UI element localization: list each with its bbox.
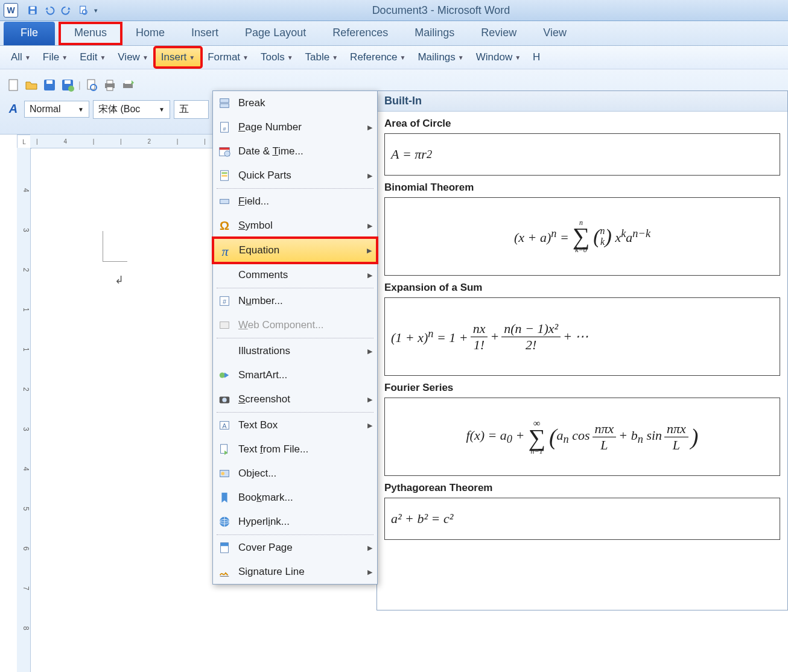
menu-signature-line[interactable]: Signature Line▶ xyxy=(213,560,377,584)
svg-rect-23 xyxy=(220,148,230,150)
open-icon[interactable] xyxy=(24,78,39,92)
menu-table[interactable]: Table▼ xyxy=(299,48,345,67)
menu-equation[interactable]: πEquation▶ xyxy=(213,238,377,263)
screenshot-icon xyxy=(218,393,231,406)
date-time-icon xyxy=(218,145,231,158)
pyth-equation[interactable]: a² + b² = c² xyxy=(384,498,780,540)
svg-rect-43 xyxy=(221,543,229,547)
fourier-equation[interactable]: f(x) = a0 + ∞∑n=1 ( an cos nπxL + bn sin… xyxy=(384,398,780,476)
tab-file[interactable]: File xyxy=(4,22,55,45)
cover-page-icon xyxy=(218,541,231,554)
binomial-section[interactable]: Binomial Theorem (x + a)n = n∑k=0 (nk) x… xyxy=(377,176,787,276)
menu-field[interactable]: Field... xyxy=(213,189,377,214)
save-icon[interactable] xyxy=(27,5,38,16)
font-dropdown[interactable]: 宋体 (Boc▼ xyxy=(93,100,170,119)
expansion-equation[interactable]: (1 + x)n = 1 + nx1! + n(n − 1)x²2! + ⋯ xyxy=(384,297,780,376)
save-icon[interactable] xyxy=(42,78,57,92)
print-icon[interactable] xyxy=(103,78,117,92)
comments-icon xyxy=(218,268,231,282)
menu-object[interactable]: Object... xyxy=(213,461,377,486)
menu-all[interactable]: All▼ xyxy=(5,48,37,67)
font-size-dropdown[interactable]: 五 xyxy=(174,100,209,119)
menu-format[interactable]: Format▼ xyxy=(202,48,255,67)
redo-icon[interactable] xyxy=(61,5,72,16)
expansion-title: Expansion of a Sum xyxy=(384,282,780,294)
save-as-icon[interactable] xyxy=(60,78,75,92)
menu-tools[interactable]: Tools▼ xyxy=(255,48,299,67)
svg-rect-2 xyxy=(30,11,35,14)
vertical-ruler[interactable]: 4 3 2 1 1 2 3 4 5 6 7 8 xyxy=(17,148,31,672)
expansion-section[interactable]: Expansion of a Sum (1 + x)n = 1 + nx1! +… xyxy=(377,276,787,376)
menu-symbol[interactable]: ΩSymbol▶ xyxy=(213,214,377,238)
print-preview-icon[interactable] xyxy=(84,78,99,92)
menu-page-number[interactable]: #Page Number▶ xyxy=(213,115,377,139)
fourier-section[interactable]: Fourier Series f(x) = a0 + ∞∑n=1 ( an co… xyxy=(377,376,787,476)
quick-print-icon[interactable] xyxy=(121,78,135,92)
text-from-file-icon xyxy=(218,443,231,456)
print-preview-icon[interactable] xyxy=(78,5,89,16)
menu-mailings[interactable]: Mailings▼ xyxy=(411,48,469,67)
menu-cover-page[interactable]: Cover Page▶ xyxy=(213,536,377,560)
hyperlink-icon xyxy=(218,515,231,528)
classic-menubar: All▼ File▼ Edit▼ View▼ Insert▼ Format▼ T… xyxy=(0,46,788,69)
new-icon[interactable] xyxy=(6,78,21,92)
svg-point-10 xyxy=(68,86,74,92)
equation-gallery: Built-In Area of Circle A = πr2 Binomial… xyxy=(377,90,788,610)
tab-view[interactable]: View xyxy=(530,22,580,45)
lbl: age Number xyxy=(245,121,302,133)
tab-home[interactable]: Home xyxy=(122,22,178,45)
tab-menus[interactable]: Menus xyxy=(59,22,122,45)
menu-window[interactable]: Window▼ xyxy=(470,48,527,67)
menu-quick-parts[interactable]: Quick Parts▶ xyxy=(213,163,377,188)
font-color-icon[interactable]: A xyxy=(6,102,21,116)
menu-insert[interactable]: Insert▼ xyxy=(154,47,202,68)
illustrations-icon xyxy=(218,344,231,358)
menu-edit[interactable]: Edit▼ xyxy=(74,48,112,67)
svg-rect-18 xyxy=(220,99,229,103)
field-icon xyxy=(218,195,231,208)
menu-text-from-file[interactable]: Text from File... xyxy=(213,437,377,461)
undo-icon[interactable] xyxy=(44,5,55,16)
area-of-circle-section[interactable]: Area of Circle A = πr2 xyxy=(377,112,787,176)
menu-break[interactable]: Break xyxy=(213,91,377,115)
menu-illustrations[interactable]: Illustrations▶ xyxy=(213,339,377,363)
cursor-mark: ↲ xyxy=(115,273,124,287)
page-margin-mark xyxy=(103,231,127,262)
menu-date-time[interactable]: Date & Time... xyxy=(213,139,377,163)
tab-review[interactable]: Review xyxy=(468,22,530,45)
ruler-corner[interactable]: L xyxy=(17,135,31,149)
web-component-icon xyxy=(218,319,231,332)
svg-rect-5 xyxy=(9,80,17,90)
menu-file[interactable]: File▼ xyxy=(37,48,74,67)
menu-smartart[interactable]: SmartArt... xyxy=(213,363,377,387)
word-icon: W xyxy=(4,3,18,17)
menu-comments[interactable]: Comments▶ xyxy=(213,263,377,287)
tab-insert[interactable]: Insert xyxy=(178,22,232,45)
menu-screenshot[interactable]: Screenshot▶ xyxy=(213,387,377,411)
svg-rect-16 xyxy=(123,83,133,88)
tab-page-layout[interactable]: Page Layout xyxy=(232,22,319,45)
style-dropdown[interactable]: Normal▼ xyxy=(24,101,89,118)
menu-help[interactable]: H xyxy=(527,48,546,67)
pyth-title: Pythagorean Theorem xyxy=(384,482,780,494)
svg-rect-19 xyxy=(220,104,229,107)
page-number-icon: # xyxy=(218,121,231,134)
menu-bookmark[interactable]: Bookmark... xyxy=(213,486,377,510)
equation-icon: π xyxy=(218,244,232,257)
pythagorean-section[interactable]: Pythagorean Theorem a² + b² = c² xyxy=(377,476,787,540)
menu-reference[interactable]: Reference▼ xyxy=(344,48,411,67)
tab-mailings[interactable]: Mailings xyxy=(401,22,468,45)
menu-view[interactable]: View▼ xyxy=(112,48,154,67)
binomial-title: Binomial Theorem xyxy=(384,182,780,194)
binomial-equation[interactable]: (x + a)n = n∑k=0 (nk) xkan−k xyxy=(384,197,780,276)
tab-references[interactable]: References xyxy=(319,22,401,45)
svg-rect-14 xyxy=(107,80,113,84)
area-equation[interactable]: A = πr2 xyxy=(384,133,780,176)
svg-rect-1 xyxy=(30,7,35,10)
symbol-icon: Ω xyxy=(218,219,231,232)
menu-hyperlink[interactable]: Hyperlink... xyxy=(213,510,377,534)
menu-text-box[interactable]: AText Box▶ xyxy=(213,413,377,437)
svg-rect-26 xyxy=(221,173,227,174)
svg-text:#: # xyxy=(223,298,227,305)
menu-number[interactable]: #Number... xyxy=(213,289,377,313)
